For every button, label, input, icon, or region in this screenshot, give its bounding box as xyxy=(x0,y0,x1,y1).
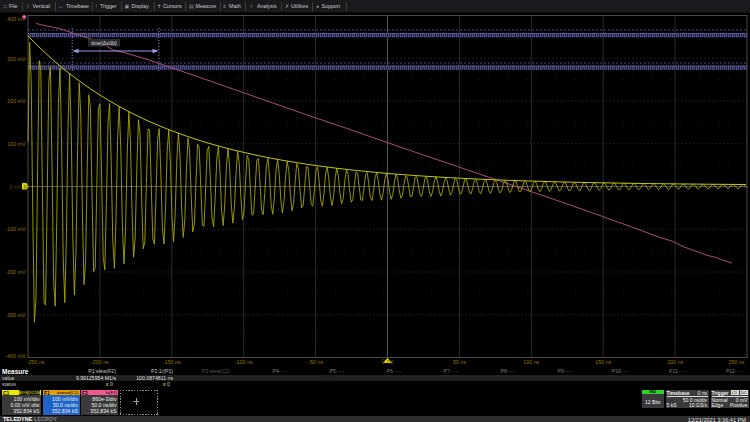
svg-text:-250 ns: -250 ns xyxy=(27,359,45,365)
svg-text:100 ns: 100 ns xyxy=(523,359,539,365)
svg-text:-100 mV: -100 mV xyxy=(5,226,25,232)
svg-text:-150 ns: -150 ns xyxy=(163,359,181,365)
svg-text:150 ns: 150 ns xyxy=(595,359,611,365)
svg-text:0 ns: 0 ns xyxy=(381,358,394,365)
svg-text:250 ns: 250 ns xyxy=(729,359,745,365)
svg-text:200 mV: 200 mV xyxy=(7,98,26,104)
svg-text:-300 mV: -300 mV xyxy=(5,312,25,318)
svg-text:time(Δv/Δt): time(Δv/Δt) xyxy=(91,40,117,46)
svg-text:-100 ns: -100 ns xyxy=(235,359,253,365)
svg-text:0 mV: 0 mV xyxy=(10,184,22,190)
svg-text:F1: F1 xyxy=(24,185,30,190)
svg-text:-50 ns: -50 ns xyxy=(308,359,323,365)
svg-text:-200 mV: -200 mV xyxy=(5,269,25,275)
svg-text:-200 ns: -200 ns xyxy=(91,359,109,365)
svg-text:100 mV: 100 mV xyxy=(7,141,26,147)
svg-text:200 ns: 200 ns xyxy=(667,359,683,365)
svg-text:300 mV: 300 mV xyxy=(7,56,26,62)
svg-text:50 ns: 50 ns xyxy=(453,359,466,365)
svg-text:-400 mV: -400 mV xyxy=(5,353,25,359)
